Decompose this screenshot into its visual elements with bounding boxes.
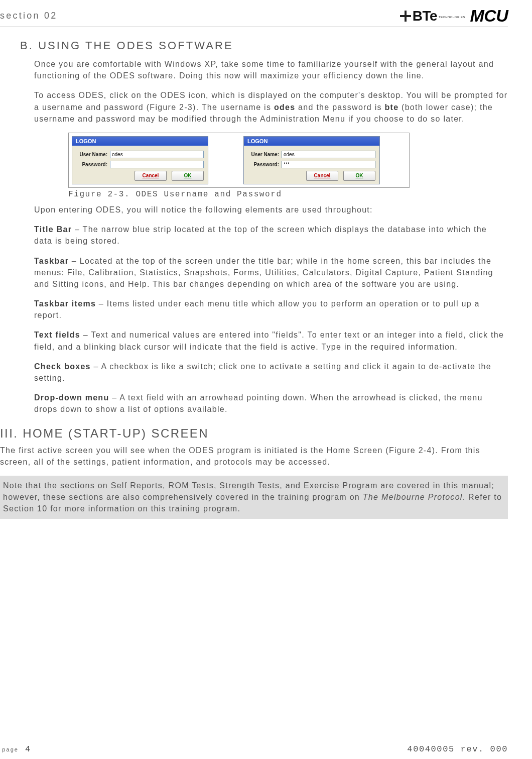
page-label: page	[2, 747, 19, 753]
term-label: Text fields	[34, 331, 80, 339]
term-text: – Text and numerical values are entered …	[34, 331, 504, 351]
password-row: Password:	[248, 161, 375, 168]
logon-body: User Name: Password: Cancel OK	[244, 146, 379, 184]
text-span: and the password is	[295, 103, 384, 112]
term-label: Drop-down menu	[34, 393, 109, 402]
bte-logo: BTe TECHNOLOGIES	[400, 8, 465, 24]
username-row: User Name:	[248, 151, 375, 158]
page-number: 4	[25, 744, 31, 754]
username-label: User Name:	[76, 152, 107, 157]
paragraph-elements: Upon entering ODES, you will notice the …	[20, 204, 508, 215]
page-footer: page 4 40040005 rev. 000	[0, 744, 508, 754]
bte-subtext: TECHNOLOGIES	[439, 16, 465, 19]
username-row: User Name:	[76, 151, 204, 158]
term-text: – Located at the top of the screen under…	[34, 257, 493, 288]
footer-left: page 4	[2, 744, 31, 754]
password-row: Password:	[76, 161, 204, 168]
cancel-button[interactable]: Cancel	[306, 171, 338, 181]
button-row: Cancel OK	[248, 171, 375, 181]
term-label: Check boxes	[34, 362, 91, 371]
mcu-logo: MCU	[470, 6, 508, 26]
logon-title: LOGON	[72, 137, 208, 146]
def-check-boxes: Check boxes – A checkbox is like a switc…	[20, 361, 508, 384]
password-label: Password:	[248, 162, 279, 167]
paragraph-intro: Once you are comfortable with Windows XP…	[20, 58, 508, 81]
ok-button[interactable]: OK	[343, 171, 375, 181]
note-italic: The Melbourne Protocol	[363, 493, 463, 501]
heading-iii: III. HOME (START-UP) SCREEN	[0, 426, 508, 441]
term-text: – Items listed under each menu title whi…	[34, 299, 480, 319]
figure-caption: Figure 2-3. ODES Username and Password	[68, 190, 508, 199]
plus-icon	[400, 11, 411, 22]
page: section 02 BTe TECHNOLOGIES MCU B. USING…	[0, 0, 532, 759]
button-row: Cancel OK	[76, 171, 204, 181]
term-label: Taskbar	[34, 257, 69, 265]
heading-b: B. USING THE ODES SOFTWARE	[20, 39, 508, 52]
bte-text: BTe	[413, 8, 437, 24]
document-id: 40040005 rev. 000	[407, 744, 508, 754]
term-text: – The narrow blue strip located at the t…	[34, 225, 487, 245]
username-label: User Name:	[248, 152, 279, 157]
cancel-button[interactable]: Cancel	[135, 171, 167, 181]
note-box: Note that the sections on Self Reports, …	[0, 476, 508, 519]
ok-button[interactable]: OK	[172, 171, 204, 181]
term-label: Taskbar items	[34, 299, 96, 308]
def-text-fields: Text fields – Text and numerical values …	[20, 329, 508, 352]
username-input[interactable]	[282, 151, 375, 158]
section-label: section 02	[0, 11, 57, 21]
bold-bte: bte	[384, 103, 398, 112]
def-title-bar: Title Bar – The narrow blue strip locate…	[20, 224, 508, 247]
logon-dialog-left: LOGON User Name: Password: Cancel OK	[72, 136, 208, 184]
term-text: – A checkbox is like a switch; click one…	[34, 362, 491, 382]
password-input[interactable]	[110, 161, 204, 168]
logon-body: User Name: Password: Cancel OK	[72, 146, 208, 184]
password-input[interactable]	[282, 161, 375, 168]
term-label: Title Bar	[34, 225, 72, 234]
figure-2-3: LOGON User Name: Password: Cancel OK	[68, 133, 410, 188]
def-taskbar: Taskbar – Located at the top of the scre…	[20, 255, 508, 290]
page-header: section 02 BTe TECHNOLOGIES MCU	[0, 6, 508, 27]
def-dropdown: Drop-down menu – A text field with an ar…	[20, 392, 508, 415]
brand-block: BTe TECHNOLOGIES MCU	[400, 6, 508, 26]
paragraph-access: To access ODES, click on the ODES icon, …	[20, 89, 508, 125]
logon-dialog-right: LOGON User Name: Password: Cancel OK	[243, 136, 380, 184]
username-input[interactable]	[110, 151, 204, 158]
logon-title: LOGON	[244, 137, 379, 146]
content-column: B. USING THE ODES SOFTWARE Once you are …	[0, 39, 508, 415]
password-label: Password:	[76, 162, 107, 167]
def-taskbar-items: Taskbar items – Items listed under each …	[20, 298, 508, 321]
paragraph-home-screen: The first active screen you will see whe…	[0, 445, 508, 468]
bold-odes: odes	[274, 103, 295, 112]
